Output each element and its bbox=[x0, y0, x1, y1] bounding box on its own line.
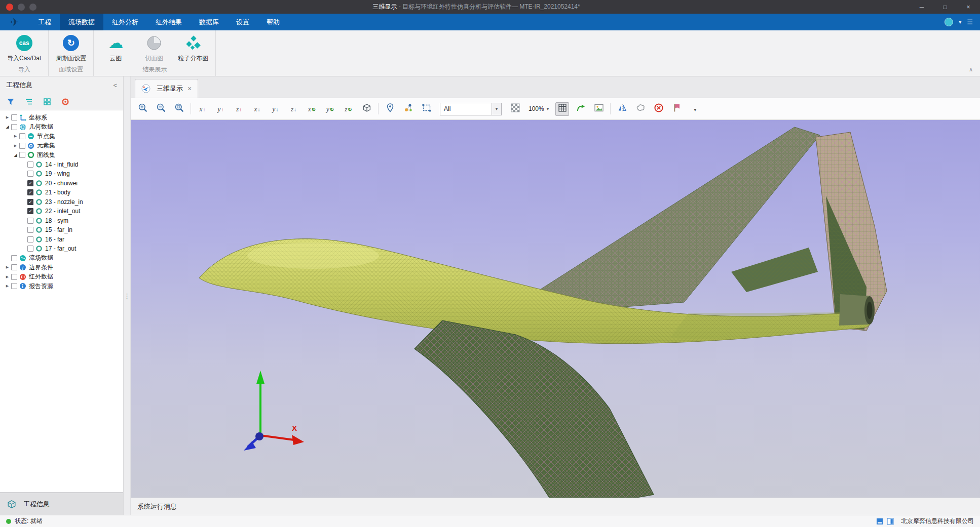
tab-database[interactable]: 数据库 bbox=[191, 14, 228, 30]
tree-checkbox[interactable] bbox=[11, 264, 17, 270]
tree-expander-icon[interactable]: ◢ bbox=[12, 153, 19, 157]
tree-expander-icon[interactable]: ▶ bbox=[4, 265, 11, 269]
particle-distribution-button[interactable]: 粒子分布图 bbox=[178, 34, 208, 63]
surface-15-far-in[interactable]: 15 - far_in bbox=[0, 225, 123, 235]
mirror-button[interactable] bbox=[615, 102, 629, 116]
flow-field-data[interactable]: 流场数据 bbox=[0, 254, 123, 263]
tree-checkbox[interactable] bbox=[19, 152, 25, 158]
tree-expander-icon[interactable]: ▶ bbox=[4, 115, 11, 119]
rotate-z-button[interactable]: z↻ bbox=[342, 102, 355, 116]
tree-expander-icon[interactable]: ▶ bbox=[4, 275, 11, 279]
tree-checkbox[interactable]: ✓ bbox=[27, 189, 33, 195]
surface-14-int-fluid[interactable]: 14 - int_fluid bbox=[0, 160, 123, 170]
layout-toggle-button-1[interactable] bbox=[876, 517, 884, 525]
tab-3d-view[interactable]: 三维显示 × bbox=[135, 79, 198, 98]
view-iso-button[interactable] bbox=[360, 102, 373, 116]
app-red-icon[interactable] bbox=[6, 4, 13, 11]
periodic-surface-button[interactable]: ↻周期面设置 bbox=[56, 34, 86, 63]
snapshot-button[interactable] bbox=[592, 102, 606, 116]
rotate-y-button[interactable]: y↻ bbox=[323, 102, 337, 116]
maximize-button[interactable]: □ bbox=[933, 0, 957, 14]
tree-expander-icon[interactable]: ▶ bbox=[12, 144, 19, 148]
grid-view-button[interactable] bbox=[43, 97, 52, 106]
tab-close-icon[interactable]: × bbox=[187, 85, 192, 93]
tab-help[interactable]: 帮助 bbox=[258, 14, 288, 30]
ribbon-collapse-button[interactable]: ∧ bbox=[969, 66, 973, 73]
viewport-3d[interactable]: X bbox=[131, 120, 980, 498]
coordinate-system[interactable]: ▶坐标系 bbox=[0, 113, 123, 123]
outline-view-button[interactable] bbox=[24, 97, 33, 106]
node-set[interactable]: ▶节点集 bbox=[0, 132, 123, 141]
tree-checkbox[interactable] bbox=[27, 227, 33, 233]
minimize-button[interactable]: ─ bbox=[910, 0, 933, 14]
titlebar[interactable]: 三维显示 - 目标与环境红外特性仿真分析与评估软件— MTE-IR_202105… bbox=[0, 0, 980, 14]
face-line-set[interactable]: ◢面线集 bbox=[0, 150, 123, 160]
zoom-fit-button[interactable] bbox=[172, 102, 186, 116]
tab-flow-field-data[interactable]: 流场数据 bbox=[60, 14, 103, 30]
tree-checkbox[interactable]: ✓ bbox=[27, 199, 33, 205]
tree-checkbox[interactable]: ✓ bbox=[27, 180, 33, 186]
view-z-up-button[interactable]: z↑ bbox=[232, 102, 246, 116]
tree-expander-icon[interactable]: ◢ bbox=[4, 125, 11, 129]
app-gray-icon-1[interactable] bbox=[18, 4, 25, 11]
tree-checkbox[interactable] bbox=[11, 124, 17, 130]
lasso-button[interactable] bbox=[633, 102, 647, 116]
zoom-out-button[interactable] bbox=[154, 102, 168, 116]
surface-17-far-out[interactable]: 17 - far_out bbox=[0, 244, 123, 254]
surface-18-sym[interactable]: 18 - sym bbox=[0, 216, 123, 226]
rotate-x-button[interactable]: x↻ bbox=[305, 102, 319, 116]
tab-settings[interactable]: 设置 bbox=[228, 14, 258, 30]
surface-19-wing[interactable]: 19 - wing bbox=[0, 169, 123, 179]
delete-button[interactable] bbox=[652, 102, 665, 116]
view-x-down-button[interactable]: x↓ bbox=[250, 102, 264, 116]
locate-pin-button[interactable] bbox=[383, 102, 397, 116]
menubar-caret-icon[interactable]: ▾ bbox=[959, 19, 961, 25]
tree-checkbox[interactable] bbox=[27, 236, 33, 242]
sidebar-collapse-button[interactable]: < bbox=[113, 82, 117, 89]
app-gray-icon-2[interactable] bbox=[29, 4, 36, 11]
tree-checkbox[interactable] bbox=[11, 274, 17, 280]
combo-caret-icon[interactable]: ▾ bbox=[492, 103, 501, 115]
panel-splitter[interactable]: ⋮ bbox=[124, 76, 131, 515]
tab-ir-analysis[interactable]: 红外分析 bbox=[103, 14, 147, 30]
element-set[interactable]: ▶元素集 bbox=[0, 141, 123, 151]
view-y-down-button[interactable]: y↓ bbox=[269, 102, 282, 116]
molecule-button[interactable] bbox=[401, 102, 415, 116]
view-y-up-button[interactable]: y↑ bbox=[214, 102, 228, 116]
tree-checkbox[interactable] bbox=[27, 218, 33, 224]
tree-expander-icon[interactable]: ▶ bbox=[4, 284, 11, 288]
tree-checkbox[interactable] bbox=[11, 114, 17, 120]
geometry-data[interactable]: ◢几何数据 bbox=[0, 123, 123, 132]
account-icon[interactable] bbox=[945, 18, 953, 26]
layout-toggle-button-2[interactable] bbox=[886, 517, 894, 525]
boundary-conditions[interactable]: ▶f边界条件 bbox=[0, 263, 123, 272]
transparency-button[interactable] bbox=[508, 102, 522, 116]
close-button[interactable]: × bbox=[957, 0, 980, 14]
report-resources[interactable]: ▶报告资源 bbox=[0, 281, 123, 291]
surface-16-far[interactable]: 16 - far bbox=[0, 235, 123, 245]
surface-21-body[interactable]: ✓21 - body bbox=[0, 188, 123, 197]
view-z-down-button[interactable]: z↓ bbox=[287, 102, 300, 116]
zoom-level-dropdown[interactable]: 100%▾ bbox=[526, 105, 551, 112]
cloud-map-button[interactable]: ☁云图 bbox=[101, 34, 130, 63]
filter-button[interactable] bbox=[6, 97, 15, 106]
tab-engineering[interactable]: 工程 bbox=[29, 14, 60, 30]
view-x-up-button[interactable]: x↑ bbox=[196, 102, 209, 116]
tree-checkbox[interactable]: ✓ bbox=[27, 208, 33, 214]
tree-expander-icon[interactable]: ▶ bbox=[12, 134, 19, 138]
surface-20-chuiwei[interactable]: ✓20 - chuiwei bbox=[0, 179, 123, 188]
apps-menu-icon[interactable]: ☰ bbox=[967, 18, 973, 26]
tree-checkbox[interactable] bbox=[27, 171, 33, 177]
surface-23-nozzle-in[interactable]: ✓23 - nozzle_in bbox=[0, 197, 123, 207]
surface-22-inlet-out[interactable]: ✓22 - inlet_out bbox=[0, 207, 123, 216]
caret-down-button[interactable]: ▾ bbox=[688, 102, 702, 116]
tree-checkbox[interactable] bbox=[27, 246, 33, 252]
infrared-data[interactable]: ▶红外数据 bbox=[0, 272, 123, 282]
tree-checkbox[interactable] bbox=[19, 143, 25, 149]
sidebar-bottom-tab[interactable]: 工程信息 bbox=[0, 493, 123, 515]
tree-checkbox[interactable] bbox=[11, 255, 17, 261]
display-filter-combo[interactable]: All▾ bbox=[440, 103, 502, 115]
import-cas-dat-button[interactable]: cas导入Cas/Dat bbox=[7, 34, 41, 63]
export-arrow-button[interactable] bbox=[574, 102, 587, 116]
tab-ir-results[interactable]: 红外结果 bbox=[147, 14, 191, 30]
